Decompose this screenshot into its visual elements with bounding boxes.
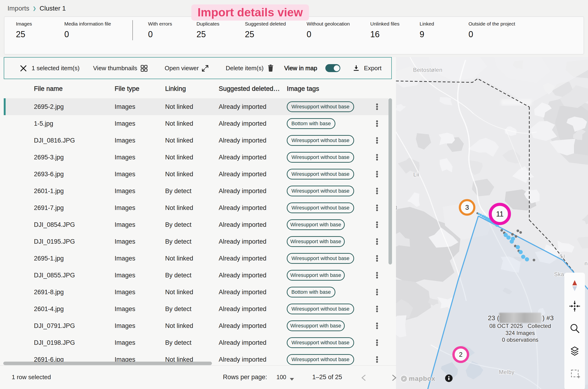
- svg-text:23 (: 23 (: [488, 314, 499, 322]
- svg-text:mapbox: mapbox: [409, 375, 435, 382]
- svg-text:Ska: Ska: [554, 271, 564, 277]
- svg-text:) #3: ) #3: [542, 314, 554, 322]
- svg-text:Li: Li: [560, 253, 565, 259]
- svg-text:Beitostølen: Beitostølen: [413, 67, 442, 73]
- svg-text:11: 11: [496, 210, 503, 218]
- svg-text:2: 2: [459, 351, 462, 358]
- svg-text:3: 3: [465, 204, 469, 211]
- svg-text:324 Images: 324 Images: [505, 330, 535, 336]
- svg-text:nl: nl: [585, 260, 588, 267]
- svg-text:Lii: Lii: [413, 171, 419, 178]
- svg-text:08 OCT 2025 Collected: 08 OCT 2025 Collected: [489, 323, 551, 329]
- svg-text:0 observations: 0 observations: [502, 337, 538, 343]
- svg-text:Melby: Melby: [499, 369, 515, 375]
- svg-text:g: g: [396, 204, 397, 210]
